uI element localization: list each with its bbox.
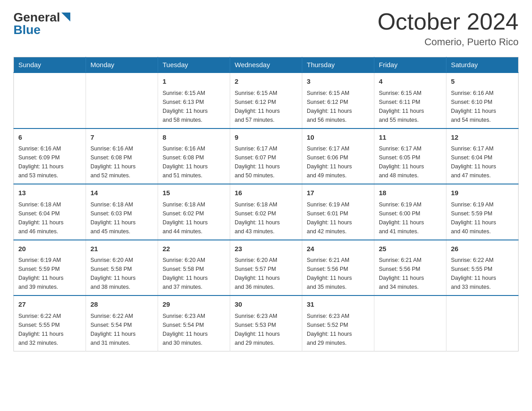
calendar-cell: 24Sunrise: 6:21 AMSunset: 5:56 PMDayligh…: [302, 240, 374, 296]
calendar-week-2: 6Sunrise: 6:16 AMSunset: 6:09 PMDaylight…: [14, 128, 519, 184]
day-info: Sunrise: 6:23 AMSunset: 5:54 PMDaylight:…: [163, 312, 225, 347]
day-info: Sunrise: 6:21 AMSunset: 5:56 PMDaylight:…: [379, 256, 442, 291]
day-number: 13: [18, 188, 81, 198]
calendar-cell: 27Sunrise: 6:22 AMSunset: 5:55 PMDayligh…: [14, 295, 86, 351]
day-info: Sunrise: 6:17 AMSunset: 6:06 PMDaylight:…: [307, 144, 369, 180]
day-info: Sunrise: 6:19 AMSunset: 6:01 PMDaylight:…: [307, 200, 369, 236]
month-title: October 2024: [378, 9, 519, 34]
day-of-week-tuesday: Tuesday: [158, 57, 230, 73]
day-info: Sunrise: 6:15 AMSunset: 6:12 PMDaylight:…: [307, 89, 369, 124]
day-info: Sunrise: 6:17 AMSunset: 6:05 PMDaylight:…: [379, 144, 442, 180]
day-of-week-monday: Monday: [86, 57, 158, 73]
days-of-week-row: SundayMondayTuesdayWednesdayThursdayFrid…: [14, 57, 519, 73]
logo: General Blue: [13, 9, 70, 36]
calendar-week-4: 20Sunrise: 6:19 AMSunset: 5:59 PMDayligh…: [14, 240, 519, 296]
day-info: Sunrise: 6:18 AMSunset: 6:03 PMDaylight:…: [90, 200, 153, 236]
day-number: 28: [90, 300, 153, 310]
day-info: Sunrise: 6:19 AMSunset: 5:59 PMDaylight:…: [18, 256, 81, 291]
calendar-cell: 30Sunrise: 6:23 AMSunset: 5:53 PMDayligh…: [230, 295, 302, 351]
day-info: Sunrise: 6:18 AMSunset: 6:02 PMDaylight:…: [163, 200, 225, 236]
day-info: Sunrise: 6:20 AMSunset: 5:57 PMDaylight:…: [235, 256, 297, 291]
day-number: 24: [307, 244, 369, 254]
calendar-cell: 16Sunrise: 6:18 AMSunset: 6:02 PMDayligh…: [230, 184, 302, 240]
day-number: 10: [307, 133, 369, 143]
day-info: Sunrise: 6:16 AMSunset: 6:10 PMDaylight:…: [451, 89, 514, 124]
day-info: Sunrise: 6:22 AMSunset: 5:55 PMDaylight:…: [18, 312, 81, 347]
day-info: Sunrise: 6:16 AMSunset: 6:09 PMDaylight:…: [18, 144, 81, 180]
calendar-cell: 1Sunrise: 6:15 AMSunset: 6:13 PMDaylight…: [158, 73, 230, 128]
calendar-cell: 6Sunrise: 6:16 AMSunset: 6:09 PMDaylight…: [14, 128, 86, 184]
day-number: 6: [18, 133, 81, 143]
day-info: Sunrise: 6:16 AMSunset: 6:08 PMDaylight:…: [163, 144, 225, 180]
calendar-week-3: 13Sunrise: 6:18 AMSunset: 6:04 PMDayligh…: [14, 184, 519, 240]
day-number: 11: [379, 133, 442, 143]
calendar-week-5: 27Sunrise: 6:22 AMSunset: 5:55 PMDayligh…: [14, 295, 519, 351]
day-of-week-wednesday: Wednesday: [230, 57, 302, 73]
day-number: 21: [90, 244, 153, 254]
calendar-cell: [446, 295, 519, 351]
calendar-cell: 10Sunrise: 6:17 AMSunset: 6:06 PMDayligh…: [302, 128, 374, 184]
calendar-cell: [86, 73, 158, 128]
day-info: Sunrise: 6:19 AMSunset: 6:00 PMDaylight:…: [379, 200, 442, 236]
calendar-cell: 23Sunrise: 6:20 AMSunset: 5:57 PMDayligh…: [230, 240, 302, 296]
day-number: 3: [307, 77, 369, 87]
day-number: 5: [451, 77, 514, 87]
day-info: Sunrise: 6:15 AMSunset: 6:11 PMDaylight:…: [379, 89, 442, 124]
day-number: 29: [163, 300, 225, 310]
calendar-cell: 12Sunrise: 6:17 AMSunset: 6:04 PMDayligh…: [446, 128, 519, 184]
day-number: 2: [235, 77, 297, 87]
calendar-week-1: 1Sunrise: 6:15 AMSunset: 6:13 PMDaylight…: [14, 73, 519, 128]
calendar-cell: 9Sunrise: 6:17 AMSunset: 6:07 PMDaylight…: [230, 128, 302, 184]
calendar-cell: 26Sunrise: 6:22 AMSunset: 5:55 PMDayligh…: [446, 240, 519, 296]
day-number: 4: [379, 77, 442, 87]
calendar-cell: 13Sunrise: 6:18 AMSunset: 6:04 PMDayligh…: [14, 184, 86, 240]
day-info: Sunrise: 6:22 AMSunset: 5:55 PMDaylight:…: [451, 256, 514, 291]
calendar-cell: 20Sunrise: 6:19 AMSunset: 5:59 PMDayligh…: [14, 240, 86, 296]
day-number: 9: [235, 133, 297, 143]
day-info: Sunrise: 6:22 AMSunset: 5:54 PMDaylight:…: [90, 312, 153, 347]
day-number: 23: [235, 244, 297, 254]
calendar-cell: 14Sunrise: 6:18 AMSunset: 6:03 PMDayligh…: [86, 184, 158, 240]
logo-general-text: General: [13, 11, 60, 24]
calendar-cell: 17Sunrise: 6:19 AMSunset: 6:01 PMDayligh…: [302, 184, 374, 240]
day-number: 22: [163, 244, 225, 254]
day-of-week-saturday: Saturday: [446, 57, 519, 73]
day-number: 17: [307, 188, 369, 198]
page-header: General Blue October 2024 Comerio, Puert…: [13, 9, 519, 48]
calendar-cell: 22Sunrise: 6:20 AMSunset: 5:58 PMDayligh…: [158, 240, 230, 296]
day-number: 26: [451, 244, 514, 254]
calendar-cell: 29Sunrise: 6:23 AMSunset: 5:54 PMDayligh…: [158, 295, 230, 351]
day-number: 25: [379, 244, 442, 254]
day-number: 18: [379, 188, 442, 198]
calendar-cell: 2Sunrise: 6:15 AMSunset: 6:12 PMDaylight…: [230, 73, 302, 128]
day-info: Sunrise: 6:20 AMSunset: 5:58 PMDaylight:…: [90, 256, 153, 291]
calendar-cell: 7Sunrise: 6:16 AMSunset: 6:08 PMDaylight…: [86, 128, 158, 184]
logo-blue-text: Blue: [13, 24, 41, 36]
calendar-cell: 31Sunrise: 6:23 AMSunset: 5:52 PMDayligh…: [302, 295, 374, 351]
day-info: Sunrise: 6:15 AMSunset: 6:13 PMDaylight:…: [163, 89, 225, 124]
calendar-header: SundayMondayTuesdayWednesdayThursdayFrid…: [14, 57, 519, 73]
day-info: Sunrise: 6:16 AMSunset: 6:08 PMDaylight:…: [90, 144, 153, 180]
day-number: 30: [235, 300, 297, 310]
day-number: 1: [163, 77, 225, 87]
calendar-cell: 21Sunrise: 6:20 AMSunset: 5:58 PMDayligh…: [86, 240, 158, 296]
svg-marker-0: [61, 13, 70, 21]
calendar-cell: 25Sunrise: 6:21 AMSunset: 5:56 PMDayligh…: [374, 240, 446, 296]
day-number: 7: [90, 133, 153, 143]
day-info: Sunrise: 6:19 AMSunset: 5:59 PMDaylight:…: [451, 200, 514, 236]
calendar-cell: 5Sunrise: 6:16 AMSunset: 6:10 PMDaylight…: [446, 73, 519, 128]
calendar-body: 1Sunrise: 6:15 AMSunset: 6:13 PMDaylight…: [14, 73, 519, 351]
day-info: Sunrise: 6:15 AMSunset: 6:12 PMDaylight:…: [235, 89, 297, 124]
day-number: 8: [163, 133, 225, 143]
location-title: Comerio, Puerto Rico: [378, 36, 519, 48]
day-number: 19: [451, 188, 514, 198]
calendar-cell: 8Sunrise: 6:16 AMSunset: 6:08 PMDaylight…: [158, 128, 230, 184]
logo-triangle-icon: [61, 13, 70, 21]
day-info: Sunrise: 6:23 AMSunset: 5:53 PMDaylight:…: [235, 312, 297, 347]
calendar-cell: 18Sunrise: 6:19 AMSunset: 6:00 PMDayligh…: [374, 184, 446, 240]
day-info: Sunrise: 6:17 AMSunset: 6:07 PMDaylight:…: [235, 144, 297, 180]
day-number: 31: [307, 300, 369, 310]
calendar-cell: 15Sunrise: 6:18 AMSunset: 6:02 PMDayligh…: [158, 184, 230, 240]
calendar-cell: 11Sunrise: 6:17 AMSunset: 6:05 PMDayligh…: [374, 128, 446, 184]
day-of-week-friday: Friday: [374, 57, 446, 73]
